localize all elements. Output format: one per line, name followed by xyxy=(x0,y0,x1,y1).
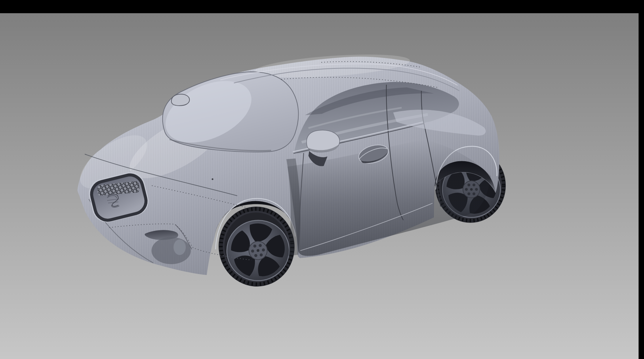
right-bar xyxy=(639,0,644,359)
hood-fleck xyxy=(212,178,214,180)
viewport-canvas[interactable] xyxy=(0,0,644,359)
top-bar xyxy=(0,0,644,13)
antenna-nub xyxy=(172,94,189,106)
fog-recess xyxy=(174,239,186,255)
cad-viewport-window xyxy=(0,0,644,359)
